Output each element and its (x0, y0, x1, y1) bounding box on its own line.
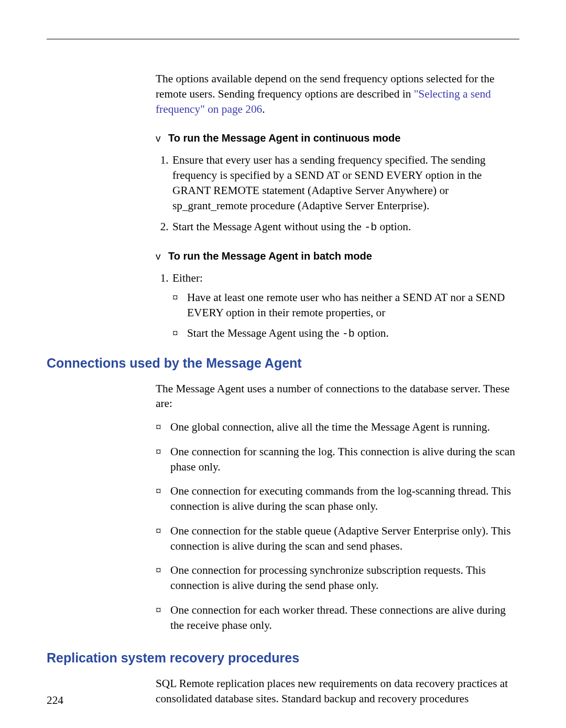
sub-bullet-item: ¤ Start the Message Agent using the -b o… (187, 326, 515, 341)
list-item: ¤ One connection for executing commands … (170, 484, 515, 514)
procedure-marker: v (156, 250, 168, 263)
subheading-connections: Connections used by the Message Agent (47, 356, 519, 371)
subheading-recovery: Replication system recovery procedures (47, 650, 519, 666)
procedure-title: To run the Message Agent in continuous m… (168, 131, 400, 145)
sub-bullet-item: ¤ Have at least one remote user who has … (187, 290, 515, 320)
step-text-after: option. (377, 220, 411, 233)
document-page: The options available depend on the send… (0, 0, 566, 728)
list-item-text: One connection for the stable queue (Ada… (170, 524, 511, 552)
procedure-heading: v To run the Message Agent in continuous… (156, 131, 515, 145)
bullet-icon: ¤ (156, 603, 161, 618)
step-mono-option: -b (364, 221, 377, 233)
list-item-text: One global connection, alive all the tim… (170, 421, 490, 433)
bullet-icon: ¤ (156, 420, 161, 435)
procedure-steps: Either: ¤ Have at least one remote user … (156, 271, 515, 340)
list-item: ¤ One connection for each worker thread.… (170, 603, 515, 633)
bullet-icon: ¤ (156, 444, 161, 459)
sub-bullet-before: Start the Message Agent using the (187, 327, 342, 339)
top-rule (47, 39, 519, 39)
sub-bullets: ¤ Have at least one remote user who has … (172, 290, 515, 341)
page-number: 224 (47, 694, 63, 707)
list-item-text: One connection for scanning the log. Thi… (170, 445, 515, 473)
list-item: ¤ One connection for processing synchron… (170, 563, 515, 593)
sub-bullet-after: option. (355, 327, 389, 339)
connections-list: ¤ One global connection, alive all the t… (156, 420, 515, 633)
step-text: Either: (172, 272, 203, 284)
procedure-step: Start the Message Agent without using th… (171, 219, 515, 234)
connections-block: The Message Agent uses a number of conne… (156, 381, 515, 633)
list-item: ¤ One global connection, alive all the t… (170, 420, 515, 435)
intro-paragraph: The options available depend on the send… (156, 71, 515, 116)
content-area: The options available depend on the send… (47, 71, 519, 706)
list-item-text: One connection for processing synchroniz… (170, 564, 486, 592)
recovery-block: SQL Remote replication places new requir… (156, 676, 515, 706)
list-item-text: One connection for executing commands fr… (170, 485, 511, 512)
procedure-step: Either: ¤ Have at least one remote user … (171, 271, 515, 340)
procedure-batch: v To run the Message Agent in batch mode… (156, 249, 515, 340)
bullet-icon: ¤ (156, 523, 161, 539)
list-item-text: One connection for each worker thread. T… (170, 604, 506, 631)
procedure-steps: Ensure that every user has a sending fre… (156, 153, 515, 234)
procedure-step: Ensure that every user has a sending fre… (171, 153, 515, 213)
step-text-before: Start the Message Agent without using th… (172, 220, 364, 233)
recovery-intro: SQL Remote replication places new requir… (156, 676, 515, 706)
intro-text: The options available depend on the send… (156, 71, 515, 116)
bullet-icon: ¤ (172, 290, 178, 305)
sub-bullet-text: Have at least one remote user who has ne… (187, 291, 505, 319)
procedure-heading: v To run the Message Agent in batch mode (156, 249, 515, 263)
sub-bullet-mono: -b (342, 328, 355, 340)
list-item: ¤ One connection for scanning the log. T… (170, 444, 515, 475)
procedure-continuous: v To run the Message Agent in continuous… (156, 131, 515, 234)
connections-intro: The Message Agent uses a number of conne… (156, 381, 515, 412)
intro-after-link: . (262, 103, 265, 115)
step-text: Ensure that every user has a sending fre… (172, 154, 486, 211)
bullet-icon: ¤ (156, 563, 161, 578)
procedure-marker: v (156, 132, 168, 145)
bullet-icon: ¤ (156, 484, 161, 499)
procedure-title: To run the Message Agent in batch mode (168, 249, 372, 263)
bullet-icon: ¤ (172, 326, 178, 341)
list-item: ¤ One connection for the stable queue (A… (170, 523, 515, 554)
